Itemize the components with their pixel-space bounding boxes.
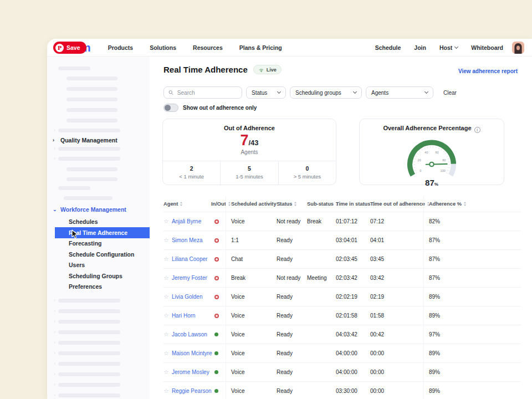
gauge-value: 87% [390, 178, 473, 188]
nav-link-host[interactable]: Host [439, 44, 458, 51]
agent-name-link[interactable]: Reggie Pearson [172, 388, 212, 394]
cell-time-in-status: 02:02:19 [336, 288, 370, 306]
skeleton-row: › [47, 393, 150, 397]
filter-dropdown-agents[interactable]: Agents [366, 86, 433, 99]
search-input[interactable] [176, 89, 237, 96]
cell-in-out [211, 288, 226, 306]
sidebar-item-scheduling-groups[interactable]: Scheduling Groups [47, 270, 150, 282]
col-header-status[interactable]: Status [277, 196, 307, 212]
star-icon[interactable]: ☆ [163, 387, 169, 395]
agent-name-link[interactable]: Jeremy Foster [172, 275, 207, 281]
star-icon[interactable]: ☆ [163, 331, 169, 338]
col-header-time-out-of-adherence[interactable]: Time out of adherence [370, 196, 423, 212]
breakdown-stat: 51-5 minutes [220, 161, 278, 185]
sidebar-item-forecasting[interactable]: Forecasting [47, 238, 150, 249]
user-avatar[interactable] [512, 42, 524, 54]
sidebar-item-preferences[interactable]: Preferences [47, 282, 150, 293]
star-icon[interactable]: ☆ [163, 218, 169, 225]
cell-adherence-percent: 89% [423, 363, 521, 381]
skeleton-row: › [47, 147, 150, 151]
adherence-gauge: 020406080100 87% [390, 134, 473, 188]
cell-time-out-of-adherence: 00:00 [370, 363, 423, 381]
star-icon[interactable]: ☆ [163, 369, 169, 376]
nav-link-solutions[interactable]: Solutions [150, 44, 176, 51]
cell-time-out-of-adherence: 04:01 [370, 231, 423, 249]
chevron-right-icon: › [54, 393, 55, 397]
app-window: P Save m ProductsSolutionsResourcesPlans… [47, 39, 532, 399]
gauge-title: Overall Adherence Percentage [383, 125, 471, 131]
out-of-adherence-toggle[interactable] [163, 104, 178, 112]
cell-time-out-of-adherence: 01:58 [370, 306, 423, 325]
agent-name-link[interactable]: Livia Golden [172, 294, 203, 300]
chevron-right-icon: › [54, 320, 55, 324]
nav-link-products[interactable]: Products [108, 44, 134, 51]
skeleton-row: › [47, 299, 150, 303]
secondary-nav: ScheduleJoinHostWhiteboard [375, 44, 503, 51]
agent-name-link[interactable]: Jerome Mosley [172, 369, 209, 375]
skeleton-row: › [47, 320, 150, 324]
star-icon[interactable]: ☆ [163, 350, 169, 357]
agent-name-link[interactable]: Jacob Lawson [172, 331, 207, 337]
star-icon[interactable]: ☆ [163, 293, 169, 300]
col-header-scheduled-activity[interactable]: Scheduled activity [226, 196, 277, 212]
cell-in-out [211, 363, 226, 381]
agent-name-link[interactable]: Maison Mcintyre [172, 350, 212, 356]
skeleton-row: › [47, 372, 150, 376]
col-header-sub-status[interactable]: Sub-status [307, 196, 336, 212]
chevron-right-icon: › [54, 362, 55, 366]
chevron-down-icon [277, 90, 281, 94]
skeleton-bar [58, 330, 120, 334]
cell-sub-status [307, 382, 336, 399]
col-header-time-in-status[interactable]: Time in status [336, 196, 370, 212]
sidebar-item-users[interactable]: Users [47, 260, 150, 271]
agent-name-link[interactable]: Anjali Byrne [172, 218, 201, 224]
skeleton-row: › [47, 383, 150, 387]
cell-status: Ready [277, 306, 307, 325]
pinterest-save-button[interactable]: P Save [53, 42, 86, 54]
skeleton-bar [58, 383, 120, 387]
filter-dropdown-status[interactable]: Status [246, 86, 286, 99]
cell-adherence-percent: 89% [423, 382, 521, 399]
skeleton-bar [66, 76, 117, 80]
sidebar-item-quality-management[interactable]: › Quality Management [47, 136, 150, 145]
table-row: ☆Jeremy FosterBreakNot readyMeeting02:03… [163, 268, 521, 287]
sidebar-item-schedule-configuration[interactable]: Schedule Configuration [47, 249, 150, 260]
cell-sub-status [307, 363, 336, 381]
info-icon[interactable]: i [474, 127, 480, 133]
clear-filters-button[interactable]: Clear [443, 90, 457, 96]
star-icon[interactable]: ☆ [163, 255, 169, 263]
nav-link-schedule[interactable]: Schedule [375, 44, 401, 51]
col-header-in-out[interactable]: In/Out [211, 196, 226, 212]
nav-link-resources[interactable]: Resources [193, 44, 223, 51]
cell-in-out [211, 344, 226, 362]
cell-agent: ☆Jacob Lawson [163, 325, 211, 344]
cell-sub-status [307, 250, 336, 268]
primary-nav: ProductsSolutionsResourcesPlans & Pricin… [108, 44, 282, 51]
sidebar-section-label: Workforce Management [60, 206, 126, 213]
chevron-right-icon: › [54, 299, 55, 303]
cell-time-in-status: 03:30:00 [336, 382, 370, 399]
star-icon[interactable]: ☆ [163, 237, 169, 244]
sidebar-item-real-time-adherence[interactable]: Real Time Adherence [55, 227, 150, 238]
cell-agent: ☆Reggie Pearson [163, 382, 211, 399]
save-label: Save [66, 44, 80, 51]
cell-in-out [211, 269, 226, 287]
col-header-adherence[interactable]: Adherence % [423, 196, 521, 212]
sidebar-item-workforce-management[interactable]: ⌄ Workforce Management [47, 205, 150, 214]
star-icon[interactable]: ☆ [163, 312, 169, 319]
view-adherence-report-link[interactable]: View adherence report [458, 68, 518, 74]
skeleton-bar [66, 167, 117, 171]
nav-link-plans-pricing[interactable]: Plans & Pricing [239, 44, 282, 51]
nav-link-join[interactable]: Join [414, 44, 426, 51]
filter-dropdown-scheduling-groups[interactable]: Scheduling groups [290, 86, 362, 99]
nav-link-whiteboard[interactable]: Whiteboard [471, 44, 503, 51]
col-header-agent[interactable]: Agent [163, 196, 211, 212]
agent-name-link[interactable]: Hari Horn [172, 313, 196, 319]
cell-scheduled-activity: Chat [226, 250, 277, 268]
filter-bar: StatusScheduling groupsAgents Clear [163, 86, 457, 99]
agent-name-link[interactable]: Simon Meza [172, 237, 203, 243]
agent-name-link[interactable]: Liliana Cooper [172, 256, 208, 262]
sidebar-item-schedules[interactable]: Schedules [47, 216, 150, 227]
toggle-label: Show out of adherence only [183, 105, 257, 111]
star-icon[interactable]: ☆ [163, 274, 169, 282]
